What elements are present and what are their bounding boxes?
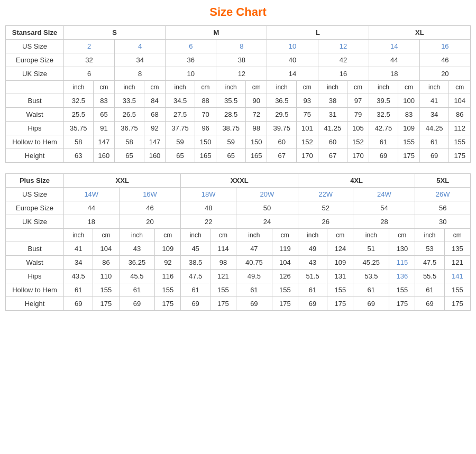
table2-val-0-11: 130 (389, 242, 415, 256)
table1-val-4-10: 67 (318, 149, 347, 163)
plus-unit-cm-1: cm (93, 229, 119, 242)
table1-val-0-11: 97 (347, 94, 369, 108)
table1-measurement-label-4: Height (6, 149, 64, 163)
table2-measurement-label-0: Bust (6, 242, 64, 256)
table1-val-0-12: 39.5 (369, 94, 398, 108)
table2-val-1-13: 121 (444, 256, 470, 270)
table1-val-1-8: 29.5 (267, 108, 297, 122)
plus-europe-size-label: Europe Size (6, 201, 64, 215)
unit-cm-8: cm (449, 81, 471, 94)
table1-val-2-10: 41.25 (318, 122, 347, 135)
us-6: 6 (166, 40, 216, 53)
table2-val-2-10: 53.5 (353, 270, 389, 283)
5xl-header: 5XL (415, 174, 471, 188)
table1-val-4-3: 160 (144, 149, 165, 163)
plus-unit-empty (6, 229, 64, 242)
table1-val-2-5: 96 (195, 122, 216, 135)
us-14: 14 (369, 40, 419, 53)
table2-val-4-4: 69 (181, 297, 210, 311)
plus-eu-46: 46 (119, 201, 181, 215)
table1-val-1-3: 68 (144, 108, 165, 122)
table2-val-2-4: 47.5 (181, 270, 210, 283)
table2-val-4-9: 175 (327, 297, 353, 311)
table2-measurement-label-3: Hollow to Hem (6, 283, 64, 297)
plus-col1-header: Plus Size (6, 174, 64, 188)
us-4: 4 (115, 40, 166, 53)
table2-val-4-13: 175 (444, 297, 470, 311)
table2-val-1-10: 45.25 (353, 256, 389, 270)
table2-val-1-11: 115 (389, 256, 415, 270)
plus-unit-inch-1: inch (64, 229, 93, 242)
unit-inch-1: inch (64, 81, 94, 94)
us-10: 10 (267, 40, 318, 53)
table2-val-2-2: 45.5 (119, 270, 155, 283)
plus-unit-cm-4: cm (272, 229, 298, 242)
plus-size-table: Plus Size XXL XXXL 4XL 5XL US Size 14W 1… (5, 173, 471, 311)
plus-eu-56: 56 (415, 201, 471, 215)
table2-val-2-12: 55.5 (415, 270, 444, 283)
table1-val-2-1: 91 (93, 122, 114, 135)
table1-val-1-15: 86 (449, 108, 471, 122)
unit-inch-2: inch (115, 81, 144, 94)
table1-val-3-1: 147 (93, 135, 114, 149)
table2-val-0-4: 45 (181, 242, 210, 256)
table1-val-3-12: 61 (369, 135, 398, 149)
unit-inch-4: inch (216, 81, 246, 94)
table1-val-4-1: 160 (93, 149, 114, 163)
table1-val-0-6: 35.5 (216, 94, 246, 108)
table2-val-0-7: 119 (272, 242, 298, 256)
unit-inch-6: inch (318, 81, 347, 94)
table1-val-3-6: 59 (216, 135, 246, 149)
table2-val-2-6: 49.5 (236, 270, 272, 283)
uk-6: 6 (64, 67, 115, 81)
plus-unit-inch-6: inch (353, 229, 389, 242)
table2-val-1-7: 104 (272, 256, 298, 270)
table2-val-2-3: 116 (155, 270, 181, 283)
table2-val-2-5: 121 (210, 270, 236, 283)
table1-val-2-14: 44.25 (419, 122, 449, 135)
table2-val-0-0: 41 (64, 242, 93, 256)
table1-val-4-4: 65 (166, 149, 195, 163)
unit-cm-6: cm (347, 81, 369, 94)
table2-val-2-11: 136 (389, 270, 415, 283)
table2-val-3-1: 155 (93, 283, 119, 297)
table1-val-1-2: 26.5 (115, 108, 144, 122)
table1-val-0-5: 88 (195, 94, 216, 108)
table2-val-3-7: 155 (272, 283, 298, 297)
table2-measurement-label-1: Waist (6, 256, 64, 270)
eu-46: 46 (419, 53, 470, 67)
table1-val-0-15: 104 (449, 94, 471, 108)
table1-val-3-8: 60 (267, 135, 297, 149)
xxxl-header: XXXL (181, 174, 298, 188)
plus-unit-cm-7: cm (444, 229, 470, 242)
table2-val-0-3: 109 (155, 242, 181, 256)
table2-val-4-2: 69 (119, 297, 155, 311)
table1-val-2-2: 36.75 (115, 122, 144, 135)
plus-unit-cm-5: cm (327, 229, 353, 242)
xl-header: XL (369, 26, 470, 40)
plus-uk-size-label: UK Size (6, 215, 64, 229)
table1-val-3-13: 155 (398, 135, 419, 149)
table2-val-2-0: 43.5 (64, 270, 93, 283)
table2-val-0-9: 124 (327, 242, 353, 256)
table2-val-3-2: 61 (119, 283, 155, 297)
us-22w: 22W (298, 188, 353, 201)
table1-val-0-0: 32.5 (64, 94, 94, 108)
table1-val-3-11: 152 (347, 135, 369, 149)
uk-14: 14 (267, 67, 318, 81)
table2-val-4-3: 175 (155, 297, 181, 311)
plus-unit-inch-3: inch (181, 229, 210, 242)
table1-val-4-8: 67 (267, 149, 297, 163)
table2-val-4-11: 175 (389, 297, 415, 311)
us-20w: 20W (236, 188, 298, 201)
eu-32: 32 (64, 53, 115, 67)
table2-val-1-9: 109 (327, 256, 353, 270)
table1-val-4-15: 175 (449, 149, 471, 163)
l-header: L (267, 26, 369, 40)
table1-val-4-14: 69 (419, 149, 449, 163)
plus-uk-26: 26 (298, 215, 353, 229)
table1-val-4-7: 165 (246, 149, 267, 163)
table2-val-4-6: 69 (236, 297, 272, 311)
plus-eu-52: 52 (298, 201, 353, 215)
table1-val-2-8: 39.75 (267, 122, 297, 135)
